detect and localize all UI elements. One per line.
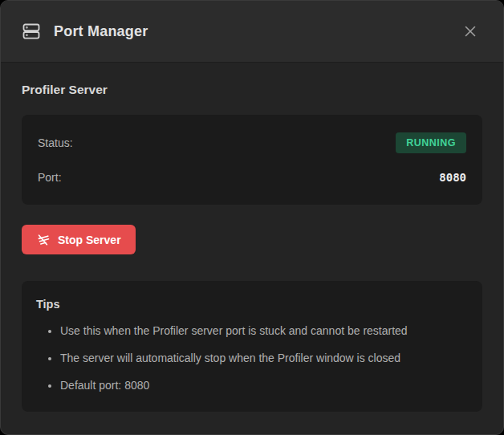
dialog-content: Profiler Server Status: RUNNING Port: 80… xyxy=(1,63,503,434)
dialog-title: Port Manager xyxy=(54,23,148,40)
tip-item: Use this when the Profiler server port i… xyxy=(60,323,468,339)
titlebar: Port Manager xyxy=(1,1,503,63)
status-panel: Status: RUNNING Port: 8080 xyxy=(22,115,482,205)
tips-panel: Tips Use this when the Profiler server p… xyxy=(22,281,482,412)
port-value: 8080 xyxy=(439,171,466,184)
tips-list: Use this when the Profiler server port i… xyxy=(36,323,468,394)
section-heading: Profiler Server xyxy=(22,83,482,97)
tip-item: The server will automatically stop when … xyxy=(60,350,468,367)
stop-server-label: Stop Server xyxy=(58,234,121,246)
tip-item: Default port: 8080 xyxy=(60,377,468,394)
close-button[interactable] xyxy=(458,19,482,43)
stop-server-button[interactable]: Stop Server xyxy=(22,225,136,254)
server-icon xyxy=(22,22,41,41)
tips-heading: Tips xyxy=(36,298,468,311)
status-row: Status: RUNNING xyxy=(38,131,466,154)
port-row: Port: 8080 xyxy=(38,165,466,189)
port-label: Port: xyxy=(38,171,62,184)
close-icon xyxy=(462,23,478,39)
status-badge: RUNNING xyxy=(396,132,466,153)
status-label: Status: xyxy=(38,136,73,149)
server-off-icon xyxy=(36,233,50,246)
port-manager-dialog: Port Manager Profiler Server Status: RUN… xyxy=(0,0,504,435)
